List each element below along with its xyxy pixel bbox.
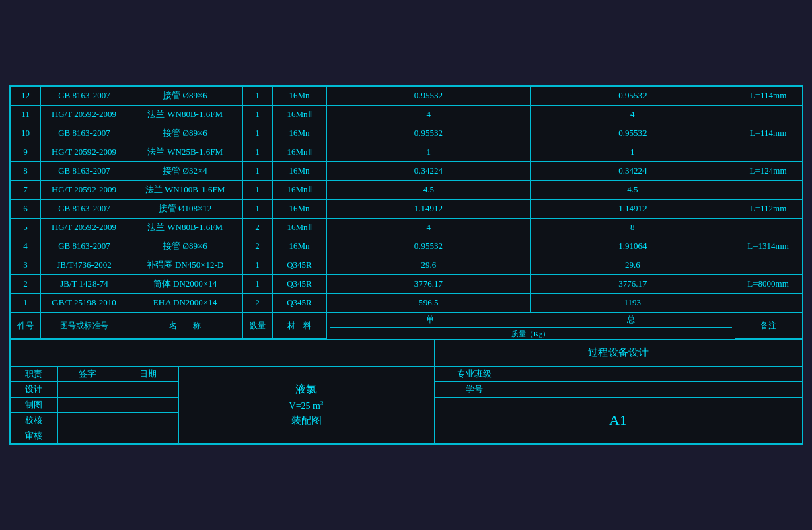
part-no-cell: 10 xyxy=(10,124,40,143)
label-role: 职责 xyxy=(10,367,57,382)
mass-unit-label: 质量（Kg） xyxy=(330,328,732,339)
note-cell: L=112mm xyxy=(735,199,802,218)
std-no-cell: GB 8163-2007 xyxy=(40,86,128,105)
part-no-cell: 5 xyxy=(10,218,40,237)
label-design: 设计 xyxy=(10,382,57,398)
student-id-value xyxy=(515,382,802,398)
part-name-cell: 接管 Ø89×6 xyxy=(128,237,242,256)
part-name-cell: EHA DN2000×14 xyxy=(128,293,242,312)
std-no-cell: GB 8163-2007 xyxy=(40,237,128,256)
review-sign xyxy=(57,428,118,444)
material-cell: 16MnⅡ xyxy=(272,105,326,124)
unit-mass-cell: 0.95532 xyxy=(326,86,531,105)
quantity-cell: 1 xyxy=(242,105,272,124)
check-date xyxy=(118,413,178,428)
drawing-type-label: 装配图 xyxy=(183,414,430,427)
note-cell xyxy=(735,256,802,274)
label-date: 日期 xyxy=(118,367,178,382)
note-cell: L=124mm xyxy=(735,161,802,180)
header-part-no: 件号 xyxy=(10,312,40,339)
part-no-cell: 11 xyxy=(10,105,40,124)
unit-mass-cell: 0.34224 xyxy=(326,161,531,180)
std-no-cell: HG/T 20592-2009 xyxy=(40,105,128,124)
total-mass-cell: 0.95532 xyxy=(531,124,735,143)
quantity-cell: 1 xyxy=(242,161,272,180)
table-row: 4GB 8163-2007接管 Ø89×6216Mn0.955321.91064… xyxy=(10,237,802,256)
note-cell: L=8000mm xyxy=(735,274,802,293)
total-mass-cell: 1 xyxy=(531,143,735,161)
drawing-sign xyxy=(57,398,118,413)
part-no-cell: 8 xyxy=(10,161,40,180)
table-row: 2JB/T 1428-74筒体 DN2000×141Q345R3776.1737… xyxy=(10,274,802,293)
table-row: 8GB 8163-2007接管 Ø32×4116Mn0.342240.34224… xyxy=(10,161,802,180)
part-name-cell: 法兰 WN100B-1.6FM xyxy=(128,180,242,199)
part-name-cell: 法兰 WN25B-1.6FM xyxy=(128,143,242,161)
unit-mass-cell: 3776.17 xyxy=(326,274,531,293)
table-row: 1GB/T 25198-2010EHA DN2000×142Q345R596.5… xyxy=(10,293,802,312)
material-cell: 16Mn xyxy=(272,161,326,180)
part-no-cell: 1 xyxy=(10,293,40,312)
quantity-cell: 1 xyxy=(242,199,272,218)
quantity-cell: 1 xyxy=(242,274,272,293)
total-mass-cell: 0.34224 xyxy=(531,161,735,180)
part-name-cell: 接管 Ø108×12 xyxy=(128,199,242,218)
unit-mass-cell: 29.6 xyxy=(326,256,531,274)
material-cell: 16MnⅡ xyxy=(272,143,326,161)
header-material: 材 料 xyxy=(272,312,326,339)
note-cell xyxy=(735,218,802,237)
part-no-cell: 6 xyxy=(10,199,40,218)
std-no-cell: JB/T4736-2002 xyxy=(40,256,128,274)
drawing-date xyxy=(118,398,178,413)
material-cell: 16Mn xyxy=(272,237,326,256)
unit-mass-cell: 0.95532 xyxy=(326,124,531,143)
std-no-cell: GB 8163-2007 xyxy=(40,161,128,180)
label-drawing: 制图 xyxy=(10,398,57,413)
table-row: 12GB 8163-2007接管 Ø89×6116Mn0.955320.9553… xyxy=(10,86,802,105)
unit-mass-cell: 4 xyxy=(326,105,531,124)
unit-mass-cell: 596.5 xyxy=(326,293,531,312)
quantity-cell: 1 xyxy=(242,124,272,143)
volume-label: V=25 m3 xyxy=(183,400,430,412)
part-no-cell: 9 xyxy=(10,143,40,161)
total-mass-cell: 0.95532 xyxy=(531,86,735,105)
quantity-cell: 1 xyxy=(242,180,272,199)
total-mass-cell: 1.91064 xyxy=(531,237,735,256)
std-no-cell: JB/T 1428-74 xyxy=(40,274,128,293)
label-sign: 签字 xyxy=(57,367,118,382)
bottom-table: 过程设备设计 职责 签字 日期 液氯 V=25 m3 装配图 专业班级 设计 学… xyxy=(10,339,803,444)
total-mass-cell: 4.5 xyxy=(531,180,735,199)
design-date xyxy=(118,382,178,398)
label-class: 专业班级 xyxy=(434,367,515,382)
note-cell xyxy=(735,293,802,312)
check-sign xyxy=(57,413,118,428)
unit-mass-cell: 4 xyxy=(326,218,531,237)
part-name-cell: 接管 Ø89×6 xyxy=(128,124,242,143)
design-sign xyxy=(57,382,118,398)
std-no-cell: HG/T 20592-2009 xyxy=(40,143,128,161)
material-cell: 16MnⅡ xyxy=(272,180,326,199)
table-header: 件号 图号或标准号 名 称 数量 材 料 单 总 质量（Kg） 备注 xyxy=(10,312,802,339)
header-std-no: 图号或标准号 xyxy=(40,312,128,339)
part-name-cell: 接管 Ø89×6 xyxy=(128,86,242,105)
part-name-cell: 补强圈 DN450×12-D xyxy=(128,256,242,274)
table-row: 9HG/T 20592-2009法兰 WN25B-1.6FM116MnⅡ11 xyxy=(10,143,802,161)
material-cell: Q345R xyxy=(272,293,326,312)
unit-mass-cell: 0.95532 xyxy=(326,237,531,256)
note-cell xyxy=(735,180,802,199)
material-cell: 16Mn xyxy=(272,86,326,105)
table-row: 3JB/T4736-2002补强圈 DN450×12-D1Q345R29.629… xyxy=(10,256,802,274)
part-name-cell: 法兰 WN80B-1.6FM xyxy=(128,218,242,237)
paper-size-cell: A1 xyxy=(434,398,802,444)
quantity-cell: 2 xyxy=(242,237,272,256)
material-cell: Q345R xyxy=(272,256,326,274)
part-no-cell: 2 xyxy=(10,274,40,293)
part-no-cell: 7 xyxy=(10,180,40,199)
label-student-id: 学号 xyxy=(434,382,515,398)
header-qty: 数量 xyxy=(242,312,272,339)
quantity-cell: 1 xyxy=(242,256,272,274)
table-row: 7HG/T 20592-2009法兰 WN100B-1.6FM116MnⅡ4.5… xyxy=(10,180,802,199)
part-no-cell: 4 xyxy=(10,237,40,256)
label-review: 审核 xyxy=(10,428,57,444)
quantity-cell: 1 xyxy=(242,143,272,161)
material-cell: 16MnⅡ xyxy=(272,218,326,237)
